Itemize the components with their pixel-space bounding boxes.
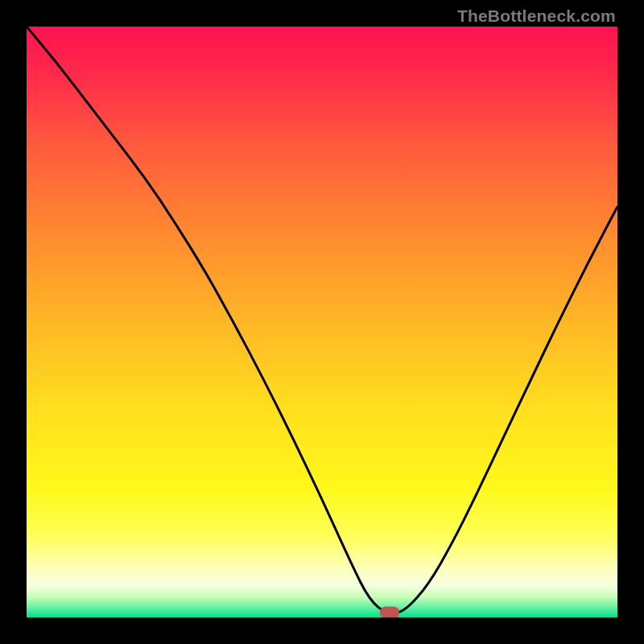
bottleneck-marker xyxy=(380,607,399,617)
gradient-background xyxy=(27,27,617,617)
chart-frame: TheBottleneck.com xyxy=(0,0,644,644)
plot-area xyxy=(27,27,617,617)
watermark-label: TheBottleneck.com xyxy=(457,6,616,26)
svg-rect-0 xyxy=(27,27,617,617)
